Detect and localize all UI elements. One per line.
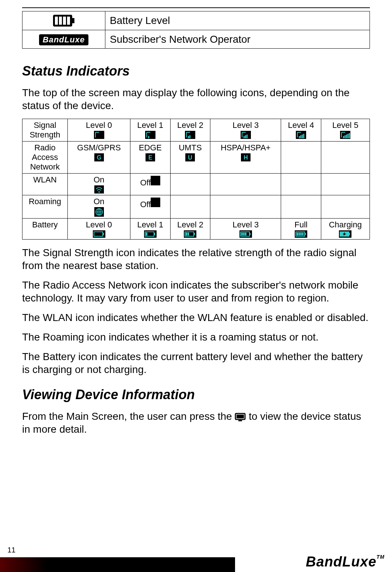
cell-signal-5: Level 5 (321, 119, 370, 142)
top-icon-table: Battery Level BandLuxe Subscriber's Netw… (22, 11, 370, 49)
svg-rect-8 (148, 136, 149, 138)
cell-signal-3: Level 3 (210, 119, 281, 142)
signal-4-icon (296, 131, 306, 139)
table-row: Signal Strength Level 0 Level 1 Level 2 … (22, 119, 370, 142)
svg-rect-20 (303, 134, 304, 138)
cell-signal-2: Level 2 (170, 119, 210, 142)
text-before-icon: From the Main Screen, the user can press… (22, 411, 235, 422)
svg-rect-57 (241, 233, 243, 236)
row-header: WLAN (22, 174, 68, 195)
cell-label: UMTS (179, 143, 202, 152)
table-row: Battery Level 0 Level 1 Level 2 Level 3 … (22, 219, 370, 240)
cell-label: Level 2 (177, 220, 203, 229)
svg-rect-66 (302, 233, 304, 236)
paragraph-wlan: The WLAN icon indicates whether the WLAN… (22, 311, 370, 324)
svg-rect-17 (299, 136, 300, 138)
umts-icon: U (185, 153, 195, 161)
svg-rect-4 (63, 17, 66, 25)
svg-text:H: H (244, 154, 248, 161)
operator-label: Subscriber's Network Operator (105, 30, 370, 49)
cell-label: Level 5 (332, 121, 358, 130)
cell-empty (210, 174, 281, 195)
cell-label: GSM/GPRS (77, 143, 121, 152)
cell-label: On (94, 197, 104, 206)
svg-rect-13 (244, 136, 245, 138)
signal-1-icon (145, 131, 155, 139)
svg-rect-24 (346, 135, 347, 138)
cell-empty (170, 174, 210, 195)
cell-signal-1: Level 1 (130, 119, 171, 142)
cell-roaming-off: Off (130, 195, 171, 219)
signal-2-icon (185, 131, 195, 139)
svg-text:G: G (97, 154, 101, 161)
cell-battery-full: Full (281, 219, 321, 240)
cell-empty (321, 142, 370, 174)
gsm-icon: G (94, 153, 104, 161)
paragraph-battery: The Battery icon indicates the current b… (22, 350, 370, 376)
svg-rect-52 (186, 233, 187, 236)
cell-empty (281, 174, 321, 195)
cell-label: Level 3 (232, 220, 259, 229)
cell-label: Level 0 (86, 121, 112, 130)
svg-rect-22 (343, 136, 344, 138)
cell-battery-1: Level 1 (130, 219, 171, 240)
roaming-off-icon (151, 198, 160, 207)
signal-3-icon (241, 131, 251, 139)
footer-brand-text: BandLuxe (306, 554, 377, 569)
page-footer: 11 BandLuxeTM (0, 546, 392, 572)
svg-rect-73 (238, 420, 242, 421)
cell-label: Level 1 (137, 220, 163, 229)
edge-icon: E (146, 153, 155, 161)
cell-label: Level 3 (232, 121, 259, 130)
cell-empty (321, 174, 370, 195)
cell-ran-edge: EDGEE (130, 142, 171, 174)
bandluxe-badge-icon: BandLuxe (39, 34, 88, 45)
battery-3-icon (239, 230, 252, 238)
wlan-off-icon (151, 176, 160, 185)
cell-battery-0: Level 0 (68, 219, 130, 240)
svg-rect-69 (349, 233, 350, 235)
svg-rect-1 (72, 18, 74, 23)
svg-rect-65 (300, 233, 302, 236)
svg-text:U: U (188, 154, 193, 161)
svg-rect-26 (349, 133, 350, 138)
cell-label: EDGE (139, 143, 162, 152)
svg-rect-64 (298, 233, 300, 236)
table-row: WLAN On Off (22, 174, 370, 195)
cell-label: Level 4 (288, 121, 314, 130)
cell-empty (210, 195, 281, 219)
svg-rect-53 (188, 233, 189, 236)
battery-1-icon (144, 230, 157, 238)
svg-rect-23 (344, 135, 346, 138)
viewing-device-info-text: From the Main Screen, the user can press… (22, 410, 370, 436)
footer-tm: TM (377, 554, 385, 560)
svg-rect-58 (243, 233, 245, 236)
cell-ran-umts: UMTSU (170, 142, 210, 174)
operator-badge-cell: BandLuxe (22, 30, 105, 49)
svg-rect-72 (237, 415, 244, 418)
cell-label: On (94, 175, 104, 184)
svg-rect-51 (194, 233, 195, 235)
svg-rect-2 (55, 17, 58, 25)
hspa-icon: H (241, 153, 251, 161)
paragraph-signal: The Signal Strength icon indicates the r… (22, 246, 370, 272)
cell-ran-gsm: GSM/GPRSG (68, 142, 130, 174)
svg-rect-59 (245, 233, 246, 236)
cell-empty (321, 195, 370, 219)
cell-label: Charging (329, 220, 362, 229)
section-status-indicators-title: Status Indicators (22, 63, 370, 79)
top-rule (22, 7, 370, 8)
wlan-on-icon (94, 185, 104, 193)
footer-brand: BandLuxeTM (306, 554, 385, 570)
battery-full-icon (27, 14, 101, 27)
cell-empty (170, 195, 210, 219)
row-header: Roaming (22, 195, 68, 219)
svg-rect-44 (103, 233, 104, 235)
signal-0-icon (94, 131, 104, 139)
svg-rect-47 (154, 233, 155, 235)
table-row: Roaming On Off (22, 195, 370, 219)
cell-label: HSPA/HSPA+ (221, 143, 271, 152)
cell-signal-4: Level 4 (281, 119, 321, 142)
cell-battery-3: Level 3 (210, 219, 281, 240)
cell-label: Full (294, 220, 307, 229)
